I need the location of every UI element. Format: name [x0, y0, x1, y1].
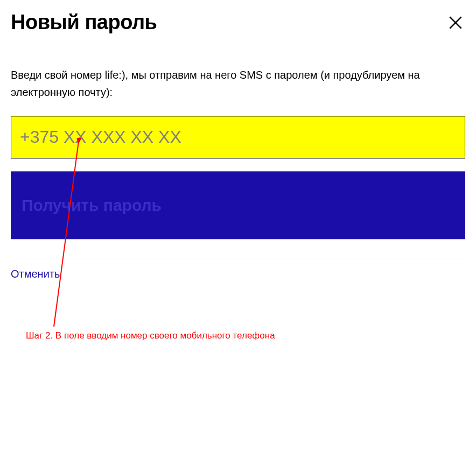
instruction-text: Введи свой номер life:), мы отправим на … [11, 66, 465, 101]
cancel-link[interactable]: Отменить [11, 268, 60, 280]
page-title: Новый пароль [11, 11, 157, 34]
close-button[interactable] [446, 13, 465, 32]
submit-button[interactable]: Получить пароль [11, 171, 465, 239]
close-icon [447, 14, 464, 31]
annotation-text: Шаг 2. В поле вводим номер своего мобиль… [26, 330, 275, 341]
phone-input[interactable] [11, 116, 465, 158]
divider [11, 259, 465, 259]
